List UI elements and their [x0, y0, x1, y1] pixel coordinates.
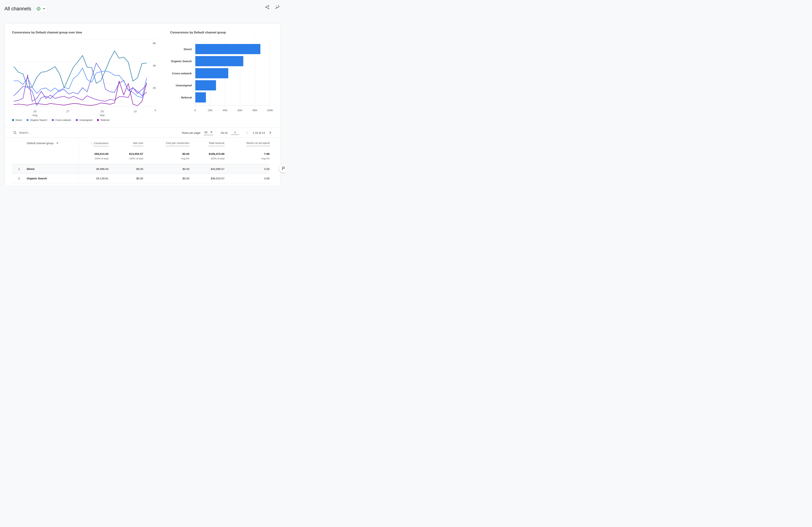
- cell-cost-per-conversion: $0.00: [143, 167, 189, 170]
- column-header-ads-cost[interactable]: Ads cost: [108, 141, 143, 146]
- svg-text:4K: 4K: [153, 64, 156, 67]
- bar-chart-section: Conversions by Default channel group 020…: [170, 31, 281, 121]
- legend-item: Direct: [12, 119, 22, 121]
- data-table: Default channel group ↓Conversions Ads c…: [12, 138, 269, 183]
- svg-text:Direct: Direct: [184, 48, 192, 51]
- total-ads-cost-sub: 100% of total: [108, 157, 143, 160]
- column-header-total-revenue[interactable]: Total revenue: [189, 141, 224, 146]
- chart-legend: DirectOrganic SearchCross-networkUnassig…: [12, 119, 160, 121]
- chevron-down-icon: [43, 8, 45, 10]
- legend-dot-icon: [27, 119, 29, 121]
- table-row: 1 Direct 86,986.00 $0.00 $0.00 $43,890.0…: [12, 164, 269, 174]
- report-status-dropdown[interactable]: [34, 5, 48, 12]
- legend-item: Unassigned: [76, 119, 92, 121]
- total-return-on-ad-spend: 7.86: [224, 152, 270, 155]
- bar-chart-title: Conversions by Default channel group: [170, 31, 281, 34]
- total-conversions: 256,514.00: [78, 152, 108, 155]
- cell-ads-cost: $0.00: [108, 167, 143, 170]
- column-header-conversions[interactable]: ↓Conversions: [78, 141, 108, 147]
- share-button[interactable]: [264, 4, 270, 10]
- svg-text:6K: 6K: [153, 42, 156, 45]
- rows-per-page-label: Rows per page:: [182, 131, 201, 134]
- legend-label: Unassigned: [79, 119, 92, 121]
- table-header-row: Default channel group ↓Conversions Ads c…: [12, 138, 269, 150]
- top-actions: [264, 4, 280, 10]
- cell-return-on-ad-spend: 0.00: [224, 167, 270, 170]
- svg-text:Cross-network: Cross-network: [172, 72, 192, 75]
- table-totals-row: 256,514.00100% of total $13,553.57100% o…: [12, 150, 269, 164]
- row-index: 2: [12, 177, 26, 180]
- total-ads-cost: $13,553.57: [108, 152, 143, 155]
- cell-conversions: 86,986.00: [78, 167, 108, 170]
- legend-item: Cross-network: [52, 119, 71, 121]
- legend-dot-icon: [12, 119, 14, 121]
- svg-text:27: 27: [67, 110, 70, 113]
- svg-text:40K: 40K: [223, 109, 228, 112]
- chevron-down-icon: [210, 132, 213, 133]
- svg-text:100K: 100K: [267, 109, 273, 112]
- svg-text:10: 10: [134, 110, 137, 113]
- cell-total-revenue: $43,890.07: [189, 167, 224, 170]
- column-header-return-on-ad-spend[interactable]: Return on ad spend: [224, 141, 270, 146]
- column-header-dimension[interactable]: Default channel group: [12, 141, 78, 145]
- svg-text:03: 03: [101, 110, 104, 113]
- svg-text:Unassigned: Unassigned: [176, 84, 192, 87]
- table-toolbar: Rows per page: 10 Go to: 1-10 of 13: [4, 128, 281, 138]
- table-row: 2 Organic Search 64,128.61 $0.00 $0.00 $…: [12, 174, 269, 183]
- report-card: Conversions by Default channel group ove…: [4, 23, 281, 185]
- svg-text:Organic Search: Organic Search: [171, 60, 192, 63]
- go-to-label: Go to:: [221, 131, 228, 134]
- legend-dot-icon: [97, 119, 99, 121]
- legend-label: Referral: [100, 119, 109, 121]
- next-page-button[interactable]: [268, 131, 272, 135]
- cell-ads-cost: $0.00: [108, 177, 143, 180]
- chevron-down-icon: [56, 142, 58, 144]
- svg-text:Sep: Sep: [100, 114, 105, 117]
- total-cost-per-conversion: $0.05: [143, 152, 189, 155]
- search-icon: [13, 131, 17, 135]
- legend-dot-icon: [76, 119, 78, 121]
- total-revenue-sub: 100% of total: [189, 157, 224, 160]
- page-title: All channels: [4, 6, 31, 12]
- pagination-controls: Rows per page: 10 Go to: 1-10 of 13: [182, 130, 272, 135]
- page-range-text: 1-10 of 13: [252, 131, 265, 134]
- svg-text:60K: 60K: [237, 109, 243, 112]
- column-header-cost-per-conversion[interactable]: Cost per conversion: [143, 141, 189, 146]
- sort-descending-icon: ↓: [91, 141, 92, 145]
- line-chart-title: Conversions by Default channel group ove…: [12, 31, 160, 34]
- legend-item: Referral: [97, 119, 109, 121]
- previous-page-button[interactable]: [245, 131, 249, 135]
- svg-text:2K: 2K: [153, 86, 156, 89]
- total-cost-per-conversion-sub: Avg 0%: [143, 157, 189, 160]
- chevron-left-icon: [245, 131, 249, 135]
- chevron-right-icon: [268, 131, 272, 135]
- cell-cost-per-conversion: $0.00: [143, 177, 189, 180]
- top-bar: All channels: [0, 0, 285, 14]
- insights-sparkline-icon: [275, 4, 280, 10]
- svg-text:Aug: Aug: [32, 114, 37, 117]
- bar-chart: 020K40K60K80K100KDirectOrganic SearchCro…: [170, 37, 281, 113]
- cell-return-on-ad-spend: 0.00: [224, 177, 270, 180]
- row-index: 1: [12, 167, 26, 170]
- rows-per-page-select[interactable]: 10: [204, 130, 213, 135]
- search-box: [13, 131, 182, 135]
- check-circle-icon: [37, 6, 41, 11]
- total-conversions-sub: 100% of total: [78, 157, 108, 160]
- search-input[interactable]: [19, 131, 95, 134]
- channel-name: Organic Search: [27, 177, 47, 180]
- cell-conversions: 64,128.61: [78, 177, 108, 180]
- insights-button[interactable]: [275, 4, 280, 10]
- legend-label: Cross-network: [55, 119, 71, 121]
- go-to-page-input[interactable]: [231, 131, 239, 135]
- svg-text:Referral: Referral: [181, 96, 192, 99]
- cell-total-revenue: $36,915.57: [189, 177, 224, 180]
- legend-item: Organic Search: [27, 119, 47, 121]
- rows-per-page-value: 10: [204, 131, 207, 134]
- share-icon: [265, 5, 270, 10]
- svg-text:20K: 20K: [208, 109, 213, 112]
- line-chart: 6K4K2K020Aug2703Sep10: [12, 37, 160, 117]
- total-revenue: $106,474.89: [189, 152, 224, 155]
- legend-dot-icon: [52, 119, 54, 121]
- flag-icon: [281, 166, 285, 171]
- legend-label: Organic Search: [30, 119, 47, 121]
